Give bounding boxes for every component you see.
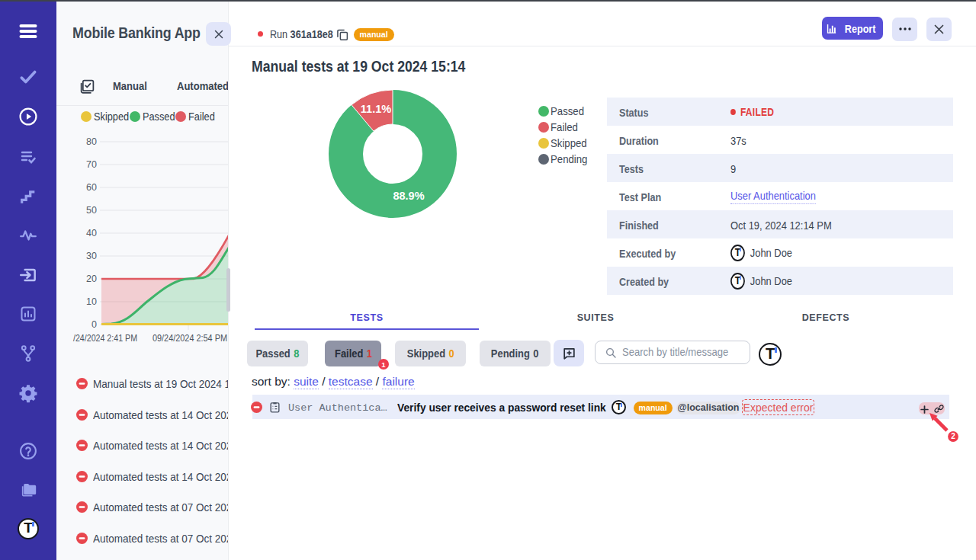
svg-text:20: 20 (86, 274, 97, 284)
svg-text:88.9%: 88.9% (393, 190, 424, 202)
svg-text:10: 10 (86, 296, 97, 307)
svg-text:50: 50 (86, 205, 97, 216)
svg-text:40: 40 (86, 228, 97, 238)
svg-text:2: 2 (951, 432, 955, 440)
svg-text:11.1%: 11.1% (361, 103, 391, 115)
svg-text:09/24/2024 2:54 PM: 09/24/2024 2:54 PM (152, 333, 227, 344)
svg-text:/24/2024 2:41 PM: /24/2024 2:41 PM (73, 333, 137, 344)
svg-text:0: 0 (92, 319, 97, 330)
svg-text:30: 30 (86, 251, 97, 261)
svg-text:60: 60 (86, 182, 97, 193)
svg-text:70: 70 (86, 159, 97, 170)
svg-text:80: 80 (86, 136, 97, 147)
